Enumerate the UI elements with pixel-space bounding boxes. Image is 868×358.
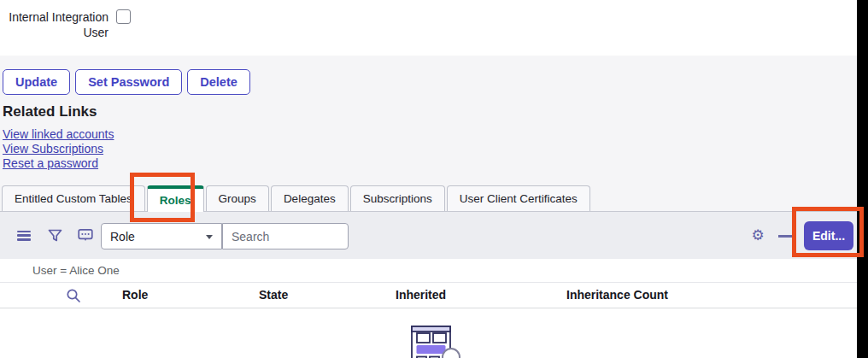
chevron-down-icon: [206, 235, 213, 239]
list-menu-icon[interactable]: [14, 212, 34, 259]
set-password-button[interactable]: Set Password: [75, 69, 182, 95]
filter-icon[interactable]: [44, 212, 65, 259]
search-column-select[interactable]: Role: [101, 223, 222, 249]
hamburger-icon: [17, 231, 31, 241]
tab-roles[interactable]: Roles: [147, 185, 204, 212]
list-header-row: Role State Inherited Inheritance Count: [0, 283, 857, 308]
update-button[interactable]: Update: [3, 69, 70, 95]
screen-edge-strip: [857, 0, 868, 358]
column-header-inheritance-count[interactable]: Inheritance Count: [566, 288, 668, 302]
user-record-page: Internal Integration User Update Set Pas…: [0, 0, 868, 358]
related-lists-tabbar: Entitled Custom Tables Roles Groups Dele…: [0, 186, 857, 212]
form-action-buttons: Update Set Password Delete: [3, 69, 250, 95]
view-linked-accounts-link[interactable]: View linked accounts: [3, 127, 114, 142]
search-icon[interactable]: [66, 288, 81, 303]
related-links-heading: Related Links: [3, 103, 97, 120]
gear-icon[interactable]: ⚙: [747, 212, 769, 259]
filter-breadcrumb[interactable]: User = Alice One: [32, 264, 120, 277]
tab-user-client-certificates[interactable]: User Client Certificates: [447, 185, 590, 211]
related-links-list: View linked accounts View Subscriptions …: [3, 127, 114, 171]
tab-entitled-custom-tables[interactable]: Entitled Custom Tables: [2, 185, 145, 211]
tab-subscriptions[interactable]: Subscriptions: [350, 185, 445, 211]
field-label: Internal Integration User: [6, 9, 108, 40]
list-search-input[interactable]: [222, 223, 349, 249]
column-header-inherited[interactable]: Inherited: [396, 288, 446, 302]
internal-integration-user-checkbox[interactable]: [116, 9, 131, 24]
tab-groups[interactable]: Groups: [206, 185, 269, 211]
list-filter-row: User = Alice One: [0, 259, 857, 283]
list-toolbar: Role ⚙ Edit...: [0, 212, 857, 259]
view-subscriptions-link[interactable]: View Subscriptions: [3, 142, 114, 156]
reset-a-password-link[interactable]: Reset a password: [3, 156, 114, 171]
empty-list-illustration: [408, 326, 470, 358]
edit-button[interactable]: Edit...: [804, 221, 853, 250]
column-header-state[interactable]: State: [259, 288, 288, 302]
chat-icon[interactable]: [75, 212, 96, 259]
tab-delegates[interactable]: Delegates: [271, 185, 349, 211]
search-column-value: Role: [110, 230, 135, 244]
form-section: Internal Integration User: [0, 0, 857, 56]
toolbar-divider: [778, 235, 794, 238]
list-body-empty: [0, 308, 857, 358]
delete-button[interactable]: Delete: [187, 69, 250, 95]
column-header-role[interactable]: Role: [122, 288, 148, 302]
form-footer-band: Update Set Password Delete Related Links…: [0, 56, 857, 186]
